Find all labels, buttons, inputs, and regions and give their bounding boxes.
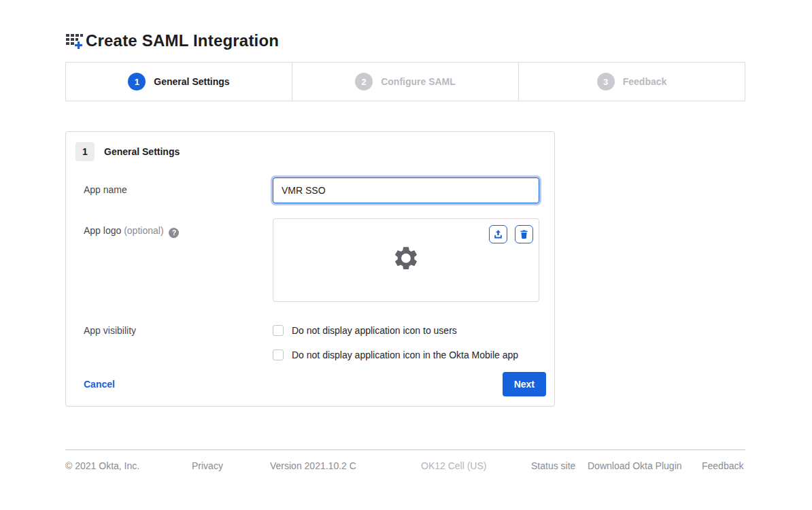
visibility-option-users: Do not display application icon to users [273,325,539,336]
general-settings-card: 1 General Settings App name App logo (op… [65,131,555,407]
section-title: General Settings [104,146,180,157]
help-icon[interactable]: ? [169,228,179,238]
cell-text: OK12 Cell (US) [421,460,486,471]
logo-placeholder [392,244,420,275]
trash-icon [519,229,529,239]
app-name-row: App name [66,177,554,203]
copyright-text: © 2021 Okta, Inc. [65,460,139,471]
app-name-control [273,177,539,203]
checkbox-label: Do not display application icon to users [292,325,457,336]
checkbox-label: Do not display application icon in the O… [292,350,518,360]
app-logo-control [273,218,539,302]
card-footer: Cancel Next [66,360,554,396]
hide-icon-users-checkbox[interactable] [273,325,284,336]
page-footer: © 2021 Okta, Inc. Privacy Version 2021.1… [65,449,745,477]
step-number-badge: 3 [597,73,615,90]
step-label: Configure SAML [381,76,456,87]
step-configure-saml[interactable]: 2 Configure SAML [292,63,518,101]
upload-logo-button[interactable] [489,225,507,243]
app-name-label: App name [84,177,273,203]
page-title: Create SAML Integration [86,31,279,50]
logo-action-buttons [489,225,533,243]
app-logo-row: App logo (optional) ? [66,218,554,302]
step-number-badge: 2 [355,73,373,90]
card-header: 1 General Settings [66,132,554,161]
step-feedback[interactable]: 3 Feedback [518,63,745,101]
app-logo-label: App logo (optional) ? [84,218,273,302]
version-text: Version 2021.10.2 C [270,460,356,471]
app-logo-optional-text: (optional) [124,225,163,236]
section-number-badge: 1 [75,142,95,161]
app-logo-label-text: App logo [84,225,121,236]
app-visibility-control: Do not display application icon to users… [273,325,539,360]
wizard-steps: 1 General Settings 2 Configure SAML 3 Fe… [65,62,745,101]
app-visibility-row: App visibility Do not display applicatio… [66,325,554,360]
status-site-link[interactable]: Status site [531,460,575,471]
upload-icon [493,229,503,239]
add-application-icon [65,32,84,50]
visibility-option-mobile: Do not display application icon in the O… [273,350,539,360]
step-label: Feedback [623,76,667,87]
app-name-input[interactable] [273,177,539,203]
app-visibility-label: App visibility [84,325,273,360]
delete-logo-button[interactable] [515,225,533,243]
cancel-button[interactable]: Cancel [84,379,115,390]
privacy-link[interactable]: Privacy [192,460,223,471]
hide-icon-mobile-checkbox[interactable] [273,350,284,360]
step-general-settings[interactable]: 1 General Settings [66,63,292,101]
feedback-link[interactable]: Feedback [702,460,743,471]
app-logo-dropzone[interactable] [273,218,539,302]
gear-icon [392,244,420,272]
next-button[interactable]: Next [503,372,546,396]
step-label: General Settings [154,76,229,87]
page-header: Create SAML Integration [65,31,745,50]
step-number-badge: 1 [128,73,146,90]
download-plugin-link[interactable]: Download Okta Plugin [588,460,682,471]
page-container: Create SAML Integration 1 General Settin… [65,31,745,477]
